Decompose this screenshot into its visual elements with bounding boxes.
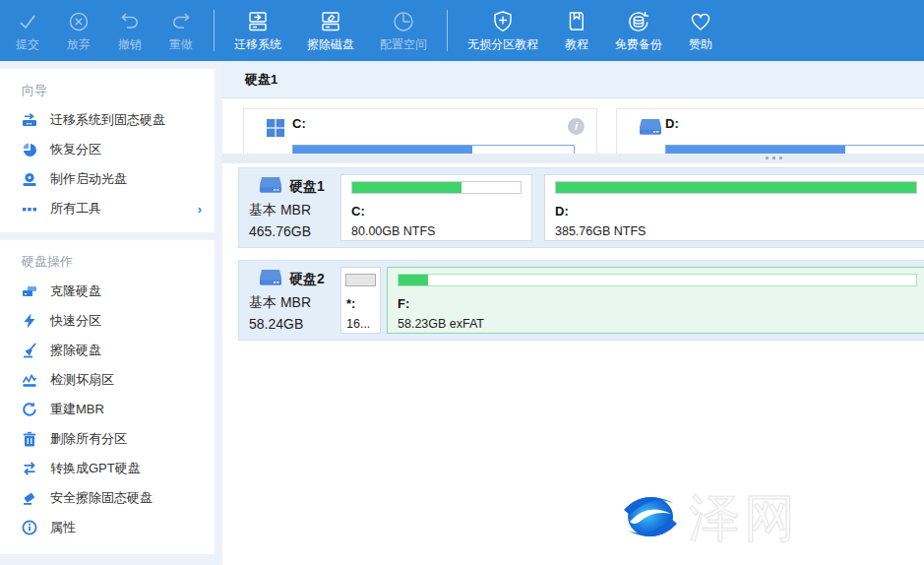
migrate-ssd-icon (22, 112, 37, 128)
disk1-type: 基本 MBR (249, 202, 342, 220)
sidebar-item-bootable-disc[interactable]: 制作启动光盘 (0, 164, 215, 194)
sidebar-item-convert-gpt[interactable]: 转换成GPT硬盘 (0, 454, 215, 483)
migrate-system-button[interactable]: 迁移系统 (221, 0, 294, 61)
rebuild-mbr-refresh-icon (22, 402, 37, 417)
hard-disk-icon (259, 269, 282, 289)
redo-button[interactable]: 重做 (155, 0, 207, 61)
disk2-info-block[interactable]: 硬盘2 基本 MBR 58.24GB (249, 269, 342, 332)
commit-button[interactable]: 提交 (2, 0, 53, 61)
sidebar-item-recover-partition[interactable]: 恢复分区 (0, 135, 215, 164)
undo-button[interactable]: 撤销 (104, 0, 155, 61)
sidebar-item-wipe-disk[interactable]: 擦除硬盘 (0, 336, 215, 365)
overview-usage-bar (665, 145, 924, 154)
hard-disk-icon (259, 176, 282, 197)
sidebar-item-rebuild-mbr[interactable]: 重建MBR (0, 395, 215, 424)
sidebar-item-label: 所有工具 (50, 200, 101, 218)
sidebar-main-gutter (215, 61, 222, 565)
undo-arrow-icon (117, 9, 143, 34)
partition-tutorial-button[interactable]: 无损分区教程 (455, 0, 551, 61)
sidebar-item-secure-erase-ssd[interactable]: 安全擦除固态硬盘 (0, 483, 215, 513)
discard-button[interactable]: 放弃 (53, 0, 104, 61)
disk2-name: 硬盘2 (289, 271, 325, 288)
sponsor-button[interactable]: 赞助 (675, 0, 726, 61)
tutorial-label: 教程 (565, 36, 588, 53)
overview-usage-bar (292, 145, 575, 154)
toolbar-separator (214, 10, 215, 51)
wizards-section-title: 向导 (0, 69, 215, 105)
sidebar-item-delete-all-partitions[interactable]: 删除所有分区 (0, 424, 215, 454)
disk2-type: 基本 MBR (249, 294, 342, 312)
partition-label: C: (351, 204, 365, 219)
sidebar-item-label: 删除所有分区 (50, 430, 127, 448)
allocate-space-clock-icon (391, 9, 416, 34)
wipe-disk-button[interactable]: 擦除磁盘 (294, 0, 367, 61)
partition-usage-bar (351, 181, 522, 194)
partition-info: 80.00GB NTFS (351, 224, 435, 238)
splitter-dots-icon (766, 157, 782, 159)
partition-unlettered-card[interactable]: *: 16... (340, 267, 381, 334)
partition-info: 16... (346, 317, 370, 331)
sidebar-item-all-tools[interactable]: 所有工具 › (0, 194, 215, 223)
sidebar-item-label: 转换成GPT硬盘 (50, 460, 141, 477)
free-backup-label: 免费备份 (615, 36, 662, 53)
overview-volume-c-card[interactable]: C: i (243, 108, 597, 154)
partition-f-card-selected[interactable]: F: 58.23GB exFAT (387, 267, 924, 334)
allocate-space-button[interactable]: 配置空间 (367, 0, 440, 61)
free-backup-button[interactable]: 免费备份 (602, 0, 675, 61)
migrate-system-disk-icon (245, 9, 271, 34)
sidebar-item-label: 迁移系统到固态硬盘 (50, 111, 165, 129)
partition-usage-bar (398, 274, 917, 286)
wipe-brush-icon (22, 343, 37, 358)
tab-disk1[interactable]: 硬盘1 (222, 71, 277, 89)
partition-label: *: (346, 296, 355, 311)
convert-gpt-swap-icon (22, 461, 37, 476)
bad-sector-wave-icon (22, 372, 37, 388)
sidebar-item-label: 重建MBR (50, 401, 104, 418)
redo-arrow-icon (168, 9, 194, 34)
all-tools-dots-icon (22, 201, 37, 217)
sidebar-item-label: 制作启动光盘 (50, 170, 127, 188)
partition-label: F: (398, 296, 409, 311)
properties-info-icon (22, 520, 37, 535)
bootable-disc-icon (22, 171, 37, 187)
sponsor-label: 赞助 (689, 36, 712, 53)
toolbar: 提交 放弃 撤销 重做 迁移系统 擦除磁盘 配置空间 无损 (0, 0, 924, 61)
disk1-size: 465.76GB (249, 223, 342, 239)
partition-label: D: (555, 204, 569, 219)
overview-splitter-handle[interactable] (222, 154, 924, 163)
disk2-size: 58.24GB (249, 316, 342, 332)
tutorial-button[interactable]: 教程 (551, 0, 602, 61)
wipe-disk-icon (318, 9, 343, 34)
disk2-row: 硬盘2 基本 MBR 58.24GB *: 16... F: 58.23GB e… (238, 260, 924, 341)
disk1-info-block[interactable]: 硬盘1 基本 MBR 465.76GB (249, 176, 342, 239)
sidebar-item-label: 快速分区 (50, 312, 101, 330)
toolbar-separator (447, 10, 448, 51)
partition-info: 385.76GB NTFS (555, 224, 646, 238)
sidebar-item-properties[interactable]: 属性 (0, 513, 215, 542)
windows-logo-icon (266, 118, 285, 142)
partition-manager-window: 提交 放弃 撤销 重做 迁移系统 擦除磁盘 配置空间 无损 (0, 0, 924, 565)
partition-info: 58.23GB exFAT (398, 317, 484, 331)
backup-database-icon (626, 9, 651, 34)
sidebar-item-quick-partition[interactable]: 快速分区 (0, 306, 215, 336)
commit-label: 提交 (16, 36, 39, 53)
info-icon[interactable]: i (568, 118, 585, 135)
sidebar-disk-operations-panel: 硬盘操作 克隆硬盘 快速分区 擦除硬盘 检测坏扇区 (0, 240, 215, 554)
delete-all-trash-icon (22, 431, 37, 447)
partition-tutorial-label: 无损分区教程 (467, 36, 538, 53)
overview-volume-d-card[interactable]: D: (616, 108, 924, 154)
discard-label: 放弃 (67, 36, 91, 53)
watermark-swirl-logo-icon (618, 486, 683, 551)
drive-icon (639, 118, 662, 140)
sidebar-item-migrate-ssd[interactable]: 迁移系统到固态硬盘 (0, 105, 215, 135)
clone-disk-icon (22, 283, 37, 299)
book-icon (564, 9, 589, 34)
partition-d-card[interactable]: D: 385.76GB NTFS (544, 174, 924, 241)
recover-partition-pie-icon (22, 142, 37, 157)
shield-plus-icon (490, 9, 516, 34)
sidebar-item-check-bad-sectors[interactable]: 检测坏扇区 (0, 365, 215, 395)
partition-c-card[interactable]: C: 80.00GB NTFS (340, 174, 532, 241)
sidebar-item-clone-disk[interactable]: 克隆硬盘 (0, 277, 215, 306)
wipe-disk-label: 擦除磁盘 (307, 36, 354, 53)
disk1-name: 硬盘1 (289, 178, 325, 196)
